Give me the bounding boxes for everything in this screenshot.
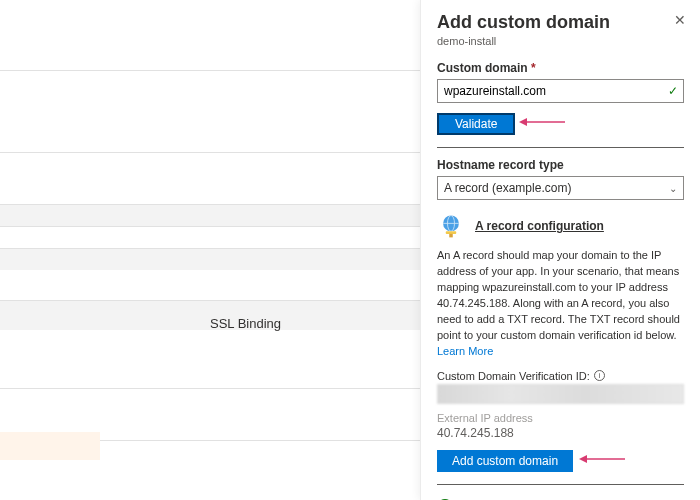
valid-check-icon: ✓ bbox=[668, 84, 678, 98]
custom-domain-label: Custom domain bbox=[437, 61, 684, 75]
panel-title: Add custom domain bbox=[437, 12, 684, 33]
chevron-down-icon: ⌄ bbox=[669, 183, 677, 194]
annotation-arrow-validate bbox=[517, 115, 567, 129]
validate-button[interactable]: Validate bbox=[437, 113, 515, 135]
divider-2 bbox=[437, 484, 684, 485]
svg-rect-4 bbox=[446, 231, 457, 234]
globe-icon bbox=[437, 212, 465, 240]
info-icon[interactable]: i bbox=[594, 370, 605, 381]
a-record-config-link[interactable]: A record configuration bbox=[475, 219, 604, 233]
hostname-record-label: Hostname record type bbox=[437, 158, 684, 172]
learn-more-link[interactable]: Learn More bbox=[437, 345, 493, 357]
add-custom-domain-button[interactable]: Add custom domain bbox=[437, 450, 573, 472]
a-record-description: An A record should map your domain to th… bbox=[437, 248, 684, 360]
panel-subtitle: demo-install bbox=[437, 35, 684, 47]
annotation-arrow-add bbox=[577, 452, 627, 466]
svg-rect-5 bbox=[449, 234, 453, 238]
close-icon[interactable]: ✕ bbox=[674, 12, 686, 28]
hostname-record-value: A record (example.com) bbox=[444, 181, 571, 195]
background-grid: SSL Binding bbox=[0, 0, 420, 500]
hostname-record-select[interactable]: A record (example.com) ⌄ bbox=[437, 176, 684, 200]
external-ip-value: 40.74.245.188 bbox=[437, 426, 684, 440]
external-ip-label: External IP address bbox=[437, 412, 684, 424]
divider bbox=[437, 147, 684, 148]
verification-id-label: Custom Domain Verification ID: bbox=[437, 370, 590, 382]
custom-domain-input[interactable] bbox=[437, 79, 684, 103]
bg-warning-cell bbox=[0, 432, 100, 460]
verification-id-value bbox=[437, 384, 684, 404]
bg-column-ssl: SSL Binding bbox=[210, 316, 281, 331]
add-custom-domain-panel: ✕ Add custom domain demo-install Custom … bbox=[420, 0, 700, 500]
